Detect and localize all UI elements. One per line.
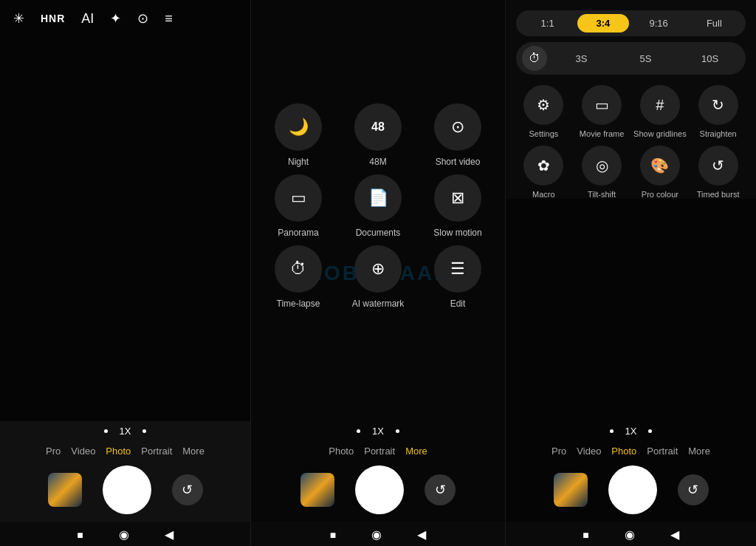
settings-icon-left[interactable]: ⊙ (137, 10, 148, 27)
settings-item-movie-frame[interactable]: ▭ Movie frame (574, 85, 630, 138)
mode-tabs-right: Pro Video Photo Portrait More (506, 440, 756, 460)
ai-label-left[interactable]: AI (81, 11, 94, 27)
timer-5s[interactable]: 5S (616, 50, 676, 68)
settings-label-pro-colour: Pro colour (642, 190, 678, 199)
menu-label-edit: Edit (450, 298, 466, 309)
mode-tabs-left: Pro Video Photo Portrait More (0, 440, 250, 460)
short-video-icon: ⊙ (434, 103, 481, 151)
menu-item-documents[interactable]: 📄 Documents (341, 174, 415, 238)
settings-item-gridlines[interactable]: # Show gridlines (633, 85, 688, 138)
tab-pro-left[interactable]: Pro (46, 446, 61, 457)
settings-item-tilt-shift[interactable]: ◎ Tilt-shift (574, 146, 630, 199)
menu-item-panorama[interactable]: ▭ Panorama (261, 174, 335, 238)
settings-label-timed-burst: Timed burst (697, 190, 740, 199)
gallery-thumb-right[interactable] (554, 473, 588, 507)
nav-bar-left: ■ ◉ ◀ (0, 522, 250, 546)
zoom-row-middle: 1X (251, 421, 505, 440)
back-icon-left[interactable]: ◀ (165, 528, 173, 542)
menu-item-slow-motion[interactable]: ⊠ Slow motion (421, 174, 495, 238)
nav-bar-right: ■ ◉ ◀ (506, 522, 756, 546)
menu-label-panorama: Panorama (278, 228, 318, 238)
home-icon-middle[interactable]: ◉ (371, 528, 382, 542)
flip-btn-right[interactable]: ↺ (678, 474, 709, 505)
flip-btn-left[interactable]: ↺ (172, 474, 203, 505)
shutter-row-left: ↺ (0, 460, 250, 522)
menu-icon-left[interactable]: ≡ (165, 11, 173, 27)
settings-label-macro: Macro (532, 190, 555, 199)
stop-icon-middle[interactable]: ■ (330, 529, 336, 541)
home-icon-right[interactable]: ◉ (625, 528, 635, 542)
menu-label-short-video: Short video (436, 157, 481, 167)
menu-label-slow-motion: Slow motion (433, 228, 481, 238)
flip-btn-middle[interactable]: ↺ (425, 474, 456, 505)
timer-icon[interactable]: ⏱ (522, 46, 547, 71)
zoom-dot-ml (357, 429, 360, 433)
hdr-label[interactable]: HNR (41, 13, 65, 24)
timed-burst-icon: ↺ (698, 146, 738, 185)
flash-icon-left[interactable]: ✦ (110, 10, 121, 27)
menu-item-ai-watermark[interactable]: ⊕ AI watermark (341, 245, 415, 309)
middle-panel: 🌙 Night 48 48M ⊙ Short video ▭ Panorama … (251, 0, 505, 546)
shutter-btn-middle[interactable] (355, 465, 404, 514)
gallery-thumb-middle[interactable] (300, 473, 334, 507)
ratio-3-4[interactable]: 3:4 (577, 14, 628, 33)
home-icon-left[interactable]: ◉ (119, 528, 129, 542)
shutter-btn-left[interactable] (103, 465, 151, 514)
timer-10s[interactable]: 10S (680, 50, 740, 68)
tab-more-right[interactable]: More (688, 446, 710, 457)
zoom-dot-mr (396, 429, 399, 433)
tab-more-left[interactable]: More (182, 446, 205, 457)
tilt-shift-icon: ◎ (582, 146, 622, 185)
zoom-value-right[interactable]: 1X (625, 426, 637, 437)
top-bar-left: ✳ HNR AI ✦ ⊙ ≡ (0, 0, 186, 37)
mode-tabs-middle: Photo Portrait More (251, 440, 505, 460)
ratio-1-1[interactable]: 1:1 (522, 14, 573, 33)
menu-item-timelapse[interactable]: ⏱ Time-lapse (261, 245, 335, 309)
settings-item-timed-burst[interactable]: ↺ Timed burst (690, 146, 746, 199)
zoom-value-left[interactable]: 1X (120, 426, 131, 437)
48m-icon: 48 (354, 103, 402, 151)
tab-portrait-middle[interactable]: Portrait (364, 446, 395, 457)
timer-3s[interactable]: 3S (551, 50, 611, 68)
right-bottom: 1X Pro Video Photo Portrait More ↺ ■ ◉ ◀ (506, 421, 756, 546)
gallery-thumb-left[interactable] (48, 473, 82, 507)
menu-label-ai-watermark: AI watermark (352, 298, 405, 309)
tab-video-left[interactable]: Video (71, 446, 95, 457)
settings-item-straighten[interactable]: ↻ Straighten (690, 85, 746, 138)
settings-label-settings: Settings (529, 129, 559, 138)
tab-portrait-right[interactable]: Portrait (647, 446, 678, 457)
settings-item-pro-colour[interactable]: 🎨 Pro colour (633, 146, 688, 199)
tab-more-middle[interactable]: More (405, 446, 427, 457)
tab-photo-right[interactable]: Photo (611, 446, 636, 457)
back-icon-right[interactable]: ◀ (670, 528, 679, 542)
settings-item-macro[interactable]: ✿ Macro (516, 146, 571, 199)
stop-icon-right[interactable]: ■ (583, 529, 588, 541)
menu-item-edit[interactable]: ☰ Edit (421, 245, 495, 309)
stop-icon-left[interactable]: ■ (77, 529, 83, 541)
tab-photo-left[interactable]: Photo (106, 446, 131, 457)
settings-item-settings[interactable]: ⚙ Settings (516, 85, 571, 138)
flash-off-icon[interactable]: ✳ (13, 10, 24, 27)
settings-label-gridlines: Show gridlines (633, 129, 687, 138)
tab-pro-right[interactable]: Pro (551, 446, 566, 457)
zoom-value-middle[interactable]: 1X (372, 426, 384, 437)
bottom-controls-left: 1X Pro Video Photo Portrait More ↺ ■ ◉ ◀ (0, 421, 250, 546)
menu-label-documents: Documents (356, 228, 401, 238)
menu-item-48m[interactable]: 48 48M (341, 103, 415, 167)
ai-watermark-icon: ⊕ (354, 245, 402, 293)
timelapse-icon: ⏱ (275, 245, 322, 293)
ratio-full[interactable]: Full (689, 14, 740, 33)
menu-item-night[interactable]: 🌙 Night (261, 103, 335, 167)
shutter-btn-right[interactable] (608, 465, 657, 514)
night-icon: 🌙 (275, 103, 322, 151)
settings-label-movie-frame: Movie frame (580, 129, 625, 138)
back-icon-middle[interactable]: ◀ (417, 528, 426, 542)
tab-portrait-left[interactable]: Portrait (141, 446, 172, 457)
tab-photo-middle[interactable]: Photo (329, 446, 354, 457)
macro-icon: ✿ (523, 146, 563, 185)
documents-icon: 📄 (354, 174, 402, 222)
menu-item-short-video[interactable]: ⊙ Short video (421, 103, 495, 167)
tab-video-right[interactable]: Video (577, 446, 601, 457)
movie-frame-icon: ▭ (582, 85, 622, 125)
ratio-9-16[interactable]: 9:16 (633, 14, 684, 33)
